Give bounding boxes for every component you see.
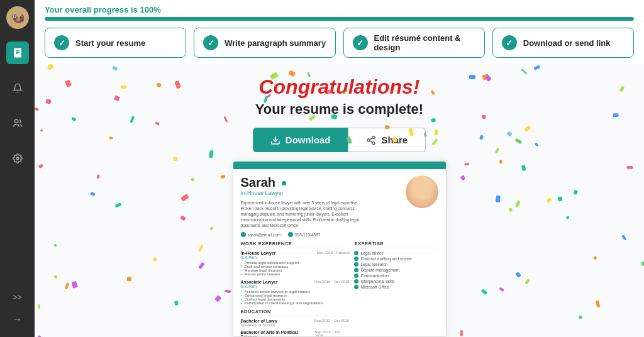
- confetti-piece: [221, 175, 225, 179]
- work-experience-title: WORK EXPERIENCE: [241, 241, 350, 248]
- confetti-piece: [155, 121, 160, 126]
- share-button[interactable]: Share: [348, 128, 426, 152]
- confetti-piece: [431, 90, 436, 96]
- expand-button[interactable]: >>: [13, 293, 21, 302]
- confetti-piece: [64, 283, 69, 290]
- confetti-piece: [481, 289, 488, 296]
- skill-1: Legal advice: [354, 251, 438, 255]
- resume-name-dot: [282, 181, 286, 185]
- svg-rect-1: [16, 50, 19, 51]
- confetti-piece: [574, 190, 578, 195]
- download-button[interactable]: Download: [253, 128, 348, 152]
- confetti-piece: [621, 235, 626, 240]
- step-1-check: [54, 35, 69, 50]
- confetti-piece: [223, 116, 228, 123]
- progress-bar-track: [45, 17, 634, 21]
- skill-7-dot: [354, 285, 358, 289]
- step-3-label: Edit résumé content & design: [374, 33, 475, 52]
- job-1-title: In-House Lawyer: [241, 251, 276, 255]
- job-2-company: G.A Firm: [241, 284, 350, 289]
- confetti-piece: [579, 315, 583, 319]
- skill-3-dot: [354, 262, 358, 267]
- skill-1-dot: [354, 251, 358, 255]
- congratulations-sub: Your resume is complete!: [255, 101, 423, 118]
- email-icon: [241, 232, 246, 237]
- confetti-piece: [121, 86, 126, 89]
- confetti-piece: [613, 113, 619, 117]
- confetti-piece: [180, 194, 189, 202]
- skill-2: Contract drafting and review: [354, 257, 438, 261]
- confetti-piece: [209, 150, 214, 158]
- steps-row: Start your resume Write paragraph summar…: [35, 21, 644, 64]
- confetti-piece: [191, 177, 195, 182]
- confetti-piece: [175, 80, 181, 89]
- confetti-piece: [114, 96, 120, 102]
- sidebar-item-settings[interactable]: [6, 147, 29, 170]
- confetti-piece: [152, 257, 157, 262]
- sidebar-item-notifications[interactable]: [6, 77, 29, 99]
- resume-header-bar: [233, 162, 446, 169]
- resume-contact-row: sarah@email.com 555-123-4567: [241, 232, 438, 237]
- step-2: Write paragraph summary: [194, 28, 335, 58]
- resume-left-col: WORK EXPERIENCE In-House Lawyer Mar 2019…: [241, 241, 350, 337]
- expertise-title: EXPERTISE: [354, 241, 438, 248]
- confetti-piece: [109, 136, 113, 139]
- confetti-piece: [533, 65, 540, 70]
- sidebar-bottom: >> →: [6, 293, 29, 331]
- resume-summary: Experienced in-house lawyer with over 5 …: [241, 200, 360, 228]
- job-1-bullet-4: Mentor junior lawyers: [241, 272, 350, 276]
- svg-rect-3: [16, 53, 18, 54]
- download-label: Download: [286, 135, 331, 145]
- confetti-piece: [72, 281, 79, 289]
- download-icon: [270, 135, 280, 145]
- sidebar: 🦦 >> →: [0, 0, 35, 337]
- confetti-piece: [214, 295, 221, 302]
- confetti-piece: [507, 131, 513, 137]
- skill-7: Microsoft Office: [354, 285, 438, 289]
- phone-icon: [288, 232, 293, 237]
- confetti-piece: [516, 272, 522, 278]
- confetti-piece: [626, 165, 633, 169]
- confetti-piece: [97, 174, 100, 179]
- edu-1-degree: Bachelor of Laws: [241, 319, 277, 323]
- confetti-piece: [224, 289, 231, 293]
- confetti-piece: [482, 74, 489, 80]
- step-4: Download or send link: [492, 28, 634, 58]
- confetti-piece: [90, 192, 95, 196]
- confetti-piece: [514, 138, 522, 144]
- confetti-piece: [174, 301, 179, 306]
- sidebar-item-users[interactable]: [6, 112, 29, 135]
- confetti-piece: [499, 159, 502, 164]
- svg-point-4: [14, 119, 18, 123]
- confetti-piece: [431, 118, 435, 123]
- progress-percent: 100%: [140, 5, 160, 14]
- logout-button[interactable]: →: [6, 308, 29, 331]
- confetti-piece: [558, 197, 563, 202]
- confetti-piece: [38, 304, 40, 309]
- confetti-piece: [515, 201, 521, 208]
- edu-1-date: Sep 2012 - Jun 2016: [314, 319, 350, 323]
- job-2: Associate Lawyer Dec 2016 - Jan 2019 G.A…: [241, 280, 350, 305]
- svg-line-11: [370, 138, 373, 140]
- confetti-piece: [509, 207, 513, 212]
- skill-4: Dispute management: [354, 268, 438, 272]
- resume-phone: 555-123-4567: [288, 232, 320, 237]
- sidebar-item-resume[interactable]: [6, 41, 29, 64]
- resume-two-col: WORK EXPERIENCE In-House Lawyer Mar 2019…: [241, 241, 438, 337]
- edu-1-uni: University of Toronto: [241, 323, 350, 327]
- confetti-piece: [485, 75, 492, 82]
- job-1: In-House Lawyer Mar 2019 - Present G.A F…: [241, 251, 350, 276]
- step-3-check: [353, 35, 368, 50]
- step-2-label: Write paragraph summary: [225, 38, 326, 48]
- resume-email: sarah@email.com: [241, 232, 280, 237]
- skill-5: Communication: [354, 273, 438, 278]
- edu-1: Bachelor of Laws Sep 2012 - Jun 2016 Uni…: [241, 319, 350, 327]
- confetti-piece: [521, 69, 527, 75]
- share-icon: [366, 135, 376, 145]
- confetti-piece: [469, 74, 475, 79]
- skill-6-dot: [354, 279, 358, 284]
- confetti-piece: [521, 165, 526, 172]
- edu-2: Bachelor of Arts in Political Science Se…: [241, 330, 350, 337]
- content-area: Congratulations! Your resume is complete…: [35, 64, 644, 337]
- confetti-piece: [460, 175, 465, 180]
